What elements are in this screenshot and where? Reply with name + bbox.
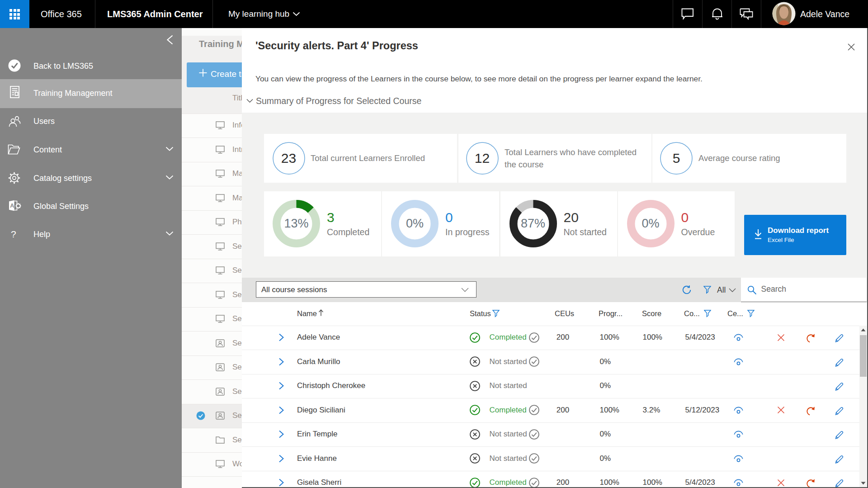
svg-text:A: A [10,203,14,209]
